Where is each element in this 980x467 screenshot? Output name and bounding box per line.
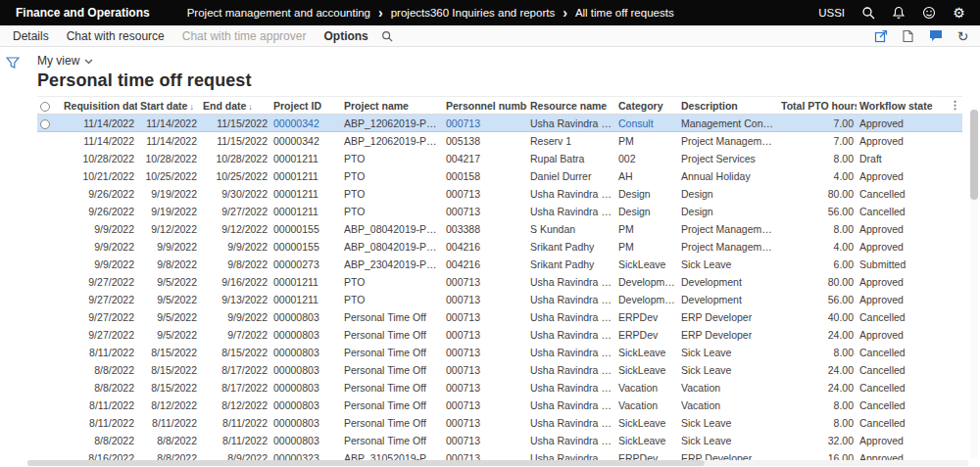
grid-row[interactable]: 9/26/20229/19/20229/30/202200001211PTO00…: [37, 185, 962, 203]
cell-category[interactable]: Consult: [615, 115, 678, 132]
cell-personnel_number[interactable]: 000713: [443, 115, 527, 132]
grid-row[interactable]: 8/8/20228/15/20228/17/202200000803Person…: [37, 379, 962, 397]
grid-options-icon[interactable]: ⋮: [947, 97, 962, 115]
cell-category: Vacation: [615, 379, 678, 397]
cell-end_date: 9/13/2022: [200, 291, 270, 308]
grid-row[interactable]: 9/27/20229/5/20229/9/202200000803Persona…: [37, 308, 962, 326]
cell-row-menu: [947, 273, 962, 291]
row-checkbox[interactable]: [37, 150, 61, 167]
select-all-circle[interactable]: [40, 102, 50, 112]
cell-project_id[interactable]: 00000342: [270, 115, 341, 132]
grid-row[interactable]: 11/14/202211/14/202211/15/202200000342AB…: [37, 115, 962, 132]
settings-icon[interactable]: ⚙: [952, 6, 966, 21]
grid-row[interactable]: 8/8/20228/8/20228/11/202200000803Persona…: [37, 432, 962, 449]
search-icon[interactable]: [860, 6, 875, 21]
row-checkbox[interactable]: [37, 115, 61, 132]
cell-start_date: 9/5/2022: [137, 291, 200, 308]
column-header-workflow_state[interactable]: Workflow state: [857, 97, 947, 115]
cell-requisition_date: 9/27/2022: [61, 291, 137, 308]
row-checkbox[interactable]: [37, 308, 61, 326]
view-selector[interactable]: My view: [37, 54, 93, 69]
cell-project_id: 00001211: [270, 291, 341, 308]
row-checkbox[interactable]: [37, 379, 61, 397]
cell-personnel_number: 000713: [443, 361, 527, 379]
company-selector[interactable]: USSI: [818, 7, 845, 19]
refresh-icon[interactable]: ↻: [956, 28, 970, 43]
open-in-office-icon[interactable]: [873, 28, 888, 43]
cell-workflow_state: Draft: [857, 150, 947, 167]
column-header-start_date[interactable]: Start date↓: [137, 97, 200, 115]
grid-row[interactable]: 10/28/202210/28/202210/28/202200001211PT…: [37, 150, 962, 167]
column-header-project_name[interactable]: Project name: [341, 97, 443, 115]
cell-project_name: ABP_08042019-PTO T&M: [341, 220, 443, 238]
vertical-scrollbar[interactable]: [970, 108, 978, 458]
select-all-checkbox[interactable]: [37, 97, 61, 115]
grid-row[interactable]: 10/21/202210/25/202210/25/202200001211PT…: [37, 167, 962, 185]
horizontal-scrollbar-thumb[interactable]: [27, 460, 705, 466]
grid-row[interactable]: 8/11/20228/12/20228/12/202200000803Perso…: [37, 397, 962, 414]
column-header-total_pto_hours[interactable]: Total PTO hours: [778, 97, 857, 115]
row-checkbox[interactable]: [37, 220, 61, 238]
horizontal-scrollbar[interactable]: [27, 460, 968, 466]
row-checkbox[interactable]: [37, 361, 61, 379]
row-checkbox[interactable]: [37, 256, 61, 273]
row-checkbox[interactable]: [37, 185, 61, 203]
column-header-resource_name[interactable]: Resource name: [527, 97, 615, 115]
row-checkbox[interactable]: [37, 344, 61, 361]
row-checkbox[interactable]: [37, 273, 61, 291]
cell-description: Sick Leave: [678, 361, 778, 379]
app-window: Finance and Operations Project managemen…: [0, 0, 980, 467]
row-checkbox[interactable]: [37, 167, 61, 185]
row-checkbox[interactable]: [37, 397, 61, 414]
feedback-icon[interactable]: [921, 6, 936, 21]
filter-pane-toggle[interactable]: [0, 47, 25, 467]
row-checkbox[interactable]: [37, 203, 61, 220]
cell-project_name: Personal Time Off: [341, 379, 443, 397]
row-checkbox[interactable]: [37, 238, 61, 256]
grid-row[interactable]: 9/27/20229/5/20229/7/202200000803Persona…: [37, 326, 962, 344]
messages-icon[interactable]: [928, 28, 943, 43]
row-checkbox[interactable]: [37, 132, 61, 150]
cell-requisition_date: 9/9/2022: [61, 238, 137, 256]
cell-resource_name: Usha Ravindra Rao: [527, 115, 615, 132]
cell-requisition_date: 8/11/2022: [61, 414, 137, 432]
column-header-end_date[interactable]: End date↓: [200, 97, 270, 115]
row-checkbox[interactable]: [37, 326, 61, 344]
column-header-requisition_date[interactable]: Requisition date: [61, 97, 137, 115]
breadcrumb-item[interactable]: All time off requests: [575, 7, 674, 19]
action-details[interactable]: Details: [4, 29, 58, 43]
app-title[interactable]: Finance and Operations: [0, 6, 166, 20]
cell-project_id: 00000803: [270, 379, 341, 397]
row-select-circle[interactable]: [40, 119, 50, 129]
action-pane-search-icon[interactable]: [381, 30, 393, 42]
cell-start_date: 9/5/2022: [137, 273, 200, 291]
cell-total_pto_hours: 8.00: [778, 150, 857, 167]
notifications-icon[interactable]: [891, 6, 906, 21]
grid-row[interactable]: 9/27/20229/5/20229/13/202200001211PTO000…: [37, 291, 962, 308]
grid-row[interactable]: 8/11/20228/11/20228/11/202200000803Perso…: [37, 414, 962, 432]
grid-row[interactable]: 9/9/20229/8/20229/8/202200000273ABP_2304…: [37, 256, 962, 273]
grid-row[interactable]: 9/9/20229/12/20229/12/202200000155ABP_08…: [37, 220, 962, 238]
breadcrumb-item[interactable]: projects360 Inquiries and reports: [391, 7, 556, 19]
breadcrumb-item[interactable]: Project management and accounting: [187, 7, 370, 19]
vertical-scrollbar-thumb[interactable]: [970, 110, 978, 200]
column-header-description[interactable]: Description: [678, 97, 778, 115]
cell-resource_name: Usha Ravindra Rao: [527, 273, 615, 291]
attachments-icon[interactable]: [901, 28, 915, 43]
grid-row[interactable]: 9/9/20229/9/20229/9/202200000155ABP_0804…: [37, 238, 962, 256]
grid-row[interactable]: 8/8/20228/15/20228/17/202200000803Person…: [37, 361, 962, 379]
row-checkbox[interactable]: [37, 291, 61, 308]
action-options[interactable]: Options: [315, 29, 376, 43]
grid-row[interactable]: 8/11/20228/15/20228/15/202200000803Perso…: [37, 344, 962, 361]
row-checkbox[interactable]: [37, 414, 61, 432]
column-header-project_id[interactable]: Project ID: [270, 97, 341, 115]
grid-row[interactable]: 11/14/202211/14/202211/15/202200000342AB…: [37, 132, 962, 150]
cell-project_name: Personal Time Off: [341, 308, 443, 326]
grid-row[interactable]: 9/27/20229/5/20229/16/202200001211PTO000…: [37, 273, 962, 291]
action-chat-with-resource[interactable]: Chat with resource: [58, 29, 173, 43]
column-header-category[interactable]: Category: [615, 97, 678, 115]
row-checkbox[interactable]: [37, 432, 61, 449]
grid-row[interactable]: 9/26/20229/19/20229/27/202200001211PTO00…: [37, 203, 962, 220]
column-header-personnel_number[interactable]: Personnel number: [443, 97, 527, 115]
cell-end_date: 8/15/2022: [200, 344, 270, 361]
